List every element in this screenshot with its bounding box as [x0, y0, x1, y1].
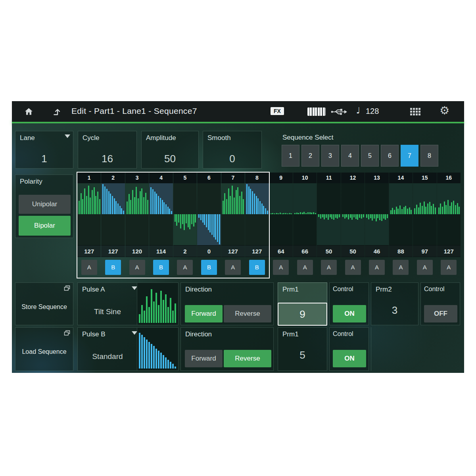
- step-pulse-toggle[interactable]: A: [129, 260, 145, 275]
- step-number: 11: [317, 173, 340, 183]
- step-column-16: 16127A: [437, 173, 461, 278]
- prm2-a-label: Prm2: [376, 286, 392, 294]
- control-b1-panel: Control ON: [329, 327, 369, 371]
- step-pulse-toggle[interactable]: A: [81, 260, 97, 275]
- step-pulse-toggle[interactable]: A: [177, 260, 193, 275]
- step-bars[interactable]: [197, 183, 221, 245]
- tempo-value[interactable]: 128: [366, 107, 379, 116]
- sequence-select-button-2[interactable]: 2: [301, 145, 319, 167]
- exit-up-icon[interactable]: [52, 107, 62, 116]
- step-value: 50: [317, 245, 340, 257]
- step-bars[interactable]: [173, 183, 197, 245]
- step-value: 88: [389, 245, 413, 257]
- content-area: Lane 1 Cycle 16 Amplitude 50 Smooth 0 Se…: [12, 123, 464, 373]
- home-icon[interactable]: [24, 107, 34, 116]
- step-bars[interactable]: [77, 183, 101, 245]
- pulse-a-panel[interactable]: Pulse A Tilt Sine: [77, 282, 178, 325]
- step-pulse-toggle[interactable]: A: [417, 260, 433, 275]
- smooth-value[interactable]: 0: [203, 153, 261, 165]
- step-bars[interactable]: [245, 183, 269, 245]
- step-number: 9: [269, 173, 293, 183]
- step-pulse-toggle[interactable]: B: [105, 260, 121, 275]
- step-bars[interactable]: [101, 183, 125, 245]
- unipolar-button[interactable]: Unipolar: [19, 195, 71, 214]
- step-pulse-toggle[interactable]: A: [321, 260, 337, 275]
- step-pulse-toggle[interactable]: A: [369, 260, 385, 275]
- chevron-down-icon[interactable]: [65, 134, 70, 138]
- direction-a-reverse-button[interactable]: Reverse: [224, 305, 271, 322]
- fx-badge[interactable]: FX: [271, 107, 284, 115]
- step-pulse-toggle[interactable]: B: [249, 260, 265, 275]
- step-pulse-toggle[interactable]: A: [225, 260, 241, 275]
- smooth-label: Smooth: [207, 134, 231, 142]
- cycle-value[interactable]: 16: [78, 153, 136, 165]
- amplitude-panel[interactable]: Amplitude 50: [141, 131, 199, 169]
- step-column-4: 4114B: [149, 173, 173, 278]
- step-pulse-toggle[interactable]: B: [153, 260, 169, 275]
- chevron-down-icon[interactable]: [132, 331, 137, 335]
- step-pulse-toggle[interactable]: A: [393, 260, 409, 275]
- step-pulse-toggle[interactable]: A: [441, 260, 457, 275]
- step-value: 0: [197, 245, 221, 257]
- step-column-1: 1127A: [77, 173, 101, 278]
- lane-panel[interactable]: Lane 1: [15, 131, 73, 169]
- step-column-11: 1150A: [317, 173, 340, 278]
- step-number: 6: [197, 173, 221, 183]
- step-column-8: 8127B: [245, 173, 269, 278]
- control-a2-panel: Control OFF: [420, 282, 460, 325]
- step-number: 3: [125, 173, 149, 183]
- step-bars[interactable]: [149, 183, 173, 245]
- sequence-select-button-6[interactable]: 6: [381, 145, 399, 167]
- pulse-b-label: Pulse B: [82, 330, 106, 338]
- pulse-a-value[interactable]: Tilt Sine: [78, 307, 137, 316]
- step-bars[interactable]: [413, 183, 436, 245]
- cycle-label: Cycle: [83, 134, 100, 142]
- step-bars[interactable]: [125, 183, 149, 245]
- sequence-select-button-5[interactable]: 5: [361, 145, 379, 167]
- bipolar-button[interactable]: Bipolar: [19, 216, 71, 236]
- step-bars[interactable]: [221, 183, 245, 245]
- gear-icon[interactable]: ⚙: [440, 104, 449, 117]
- step-bars[interactable]: [389, 183, 413, 245]
- step-pulse-toggle[interactable]: A: [273, 260, 289, 275]
- sequence-select-button-4[interactable]: 4: [341, 145, 359, 167]
- chevron-down-icon[interactable]: [132, 286, 137, 290]
- lane-value[interactable]: 1: [15, 153, 73, 165]
- smooth-panel[interactable]: Smooth 0: [203, 131, 262, 169]
- matrix-grid-icon[interactable]: [410, 108, 420, 115]
- step-pulse-toggle[interactable]: B: [201, 260, 217, 275]
- control-a1-toggle[interactable]: ON: [333, 305, 366, 322]
- direction-b-forward-button[interactable]: Forward: [185, 350, 223, 367]
- pulse-b-value[interactable]: Standard: [78, 352, 137, 361]
- step-bars[interactable]: [293, 183, 317, 245]
- control-a2-toggle[interactable]: OFF: [424, 305, 457, 322]
- prm1-a-value[interactable]: 9: [278, 303, 327, 326]
- step-bars[interactable]: [269, 183, 293, 245]
- sequence-select-button-7[interactable]: 7: [401, 145, 418, 167]
- sequence-select-button-1[interactable]: 1: [282, 145, 299, 167]
- step-column-6: 60B: [197, 173, 221, 278]
- control-b1-toggle[interactable]: ON: [333, 350, 366, 367]
- direction-a-forward-button[interactable]: Forward: [185, 305, 223, 322]
- pulse-b-panel[interactable]: Pulse B Standard: [77, 327, 178, 371]
- step-pulse-toggle[interactable]: A: [297, 260, 313, 275]
- control-a1-panel: Control ON: [329, 282, 369, 325]
- step-bars[interactable]: [437, 183, 461, 245]
- prm1-b-value[interactable]: 5: [278, 349, 327, 361]
- step-bars[interactable]: [365, 183, 388, 245]
- sequence-select-button-8[interactable]: 8: [420, 145, 438, 167]
- direction-b-reverse-button[interactable]: Reverse: [224, 350, 271, 367]
- load-sequence-button[interactable]: Load Sequence: [15, 327, 73, 371]
- prm1-a-panel: Prm1 9: [278, 282, 327, 325]
- step-bars[interactable]: [317, 183, 340, 245]
- prm2-a-value[interactable]: 3: [371, 304, 418, 317]
- step-number: 16: [437, 173, 461, 183]
- amplitude-value[interactable]: 50: [142, 153, 198, 165]
- sequence-select-button-3[interactable]: 3: [321, 145, 339, 167]
- step-pulse-toggle[interactable]: A: [345, 260, 361, 275]
- pulse-b-waveform: [137, 328, 178, 370]
- store-sequence-button[interactable]: Store Sequence: [15, 282, 73, 325]
- step-bars[interactable]: [341, 183, 365, 245]
- keyboard-icon[interactable]: [307, 107, 326, 116]
- cycle-panel[interactable]: Cycle 16: [78, 131, 137, 169]
